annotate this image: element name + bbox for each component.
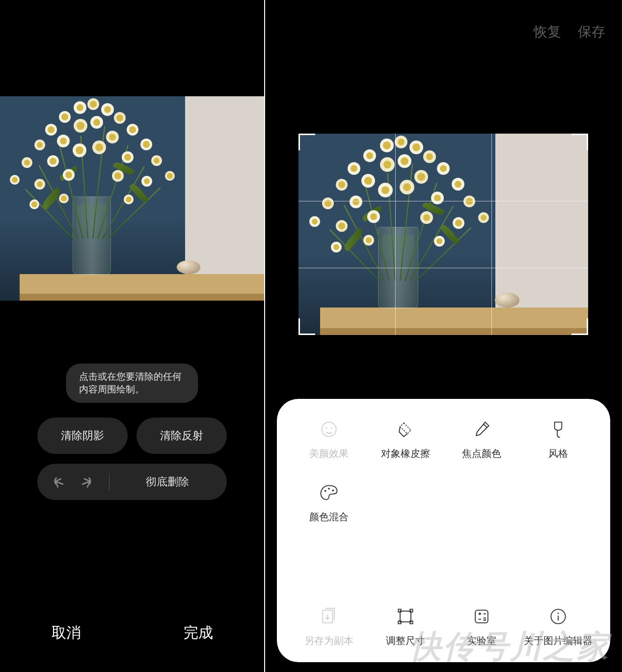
action-about-label: 关于图片编辑器 bbox=[524, 634, 593, 647]
svg-rect-12 bbox=[476, 610, 488, 623]
tool-spot-color-label: 焦点颜色 bbox=[462, 447, 501, 460]
action-lab-label: 实验室 bbox=[467, 634, 496, 647]
cancel-button[interactable]: 取消 bbox=[0, 623, 132, 643]
tool-color-mix-label: 颜色混合 bbox=[309, 510, 349, 524]
clear-reflection-button[interactable]: 清除反射 bbox=[136, 418, 227, 454]
clear-reflection-label: 清除反射 bbox=[160, 428, 203, 443]
done-button[interactable]: 完成 bbox=[132, 623, 264, 643]
palette-icon bbox=[318, 482, 340, 504]
delete-all-button[interactable]: 彻底删除 bbox=[124, 475, 210, 489]
top-action-bar: 恢复 保存 bbox=[534, 0, 622, 64]
action-about[interactable]: 关于图片编辑器 bbox=[522, 606, 595, 647]
tool-color-mix[interactable]: 颜色混合 bbox=[293, 482, 365, 524]
svg-point-3 bbox=[325, 490, 326, 492]
eraser-hint: 点击或在您要清除的任何内容周围绘制。 bbox=[66, 364, 198, 403]
face-icon bbox=[318, 419, 340, 440]
edited-photo[interactable] bbox=[0, 96, 264, 301]
lab-icon bbox=[471, 606, 492, 627]
tool-beauty-label: 美颜效果 bbox=[309, 447, 349, 460]
save-copy-icon bbox=[318, 606, 340, 627]
undo-icon[interactable] bbox=[51, 475, 66, 489]
bottom-action-bar: 取消 完成 bbox=[0, 593, 264, 672]
action-save-copy: 另存为副本 bbox=[293, 606, 365, 647]
svg-point-0 bbox=[322, 422, 336, 436]
eyedropper-icon bbox=[471, 419, 492, 440]
tool-eraser[interactable]: 对象橡皮擦 bbox=[369, 419, 442, 460]
delete-all-bar: 彻底删除 bbox=[37, 464, 227, 500]
crop-editor-screen: 恢复 保存 bbox=[265, 0, 622, 672]
action-lab[interactable]: 实验室 bbox=[446, 606, 518, 647]
svg-point-5 bbox=[332, 490, 334, 492]
tool-style[interactable]: 风格 bbox=[522, 419, 595, 460]
svg-rect-8 bbox=[398, 609, 401, 612]
tool-style-label: 风格 bbox=[548, 447, 568, 460]
restore-button[interactable]: 恢复 bbox=[534, 23, 561, 41]
tool-spot-color[interactable]: 焦点颜色 bbox=[446, 419, 518, 460]
tool-beauty: 美颜效果 bbox=[293, 419, 365, 460]
divider bbox=[109, 474, 109, 490]
action-resize-label: 调整尺寸 bbox=[386, 634, 425, 647]
action-save-copy-label: 另存为副本 bbox=[304, 634, 353, 647]
tools-sheet: 美颜效果 对象橡皮擦 焦点颜色 风格 bbox=[277, 399, 610, 662]
eraser-icon bbox=[395, 419, 416, 440]
svg-rect-7 bbox=[400, 611, 411, 622]
save-button[interactable]: 保存 bbox=[578, 23, 605, 41]
redo-icon[interactable] bbox=[80, 475, 94, 489]
svg-point-14 bbox=[558, 613, 559, 614]
svg-rect-11 bbox=[410, 621, 413, 624]
resize-icon bbox=[395, 606, 416, 627]
svg-rect-9 bbox=[410, 609, 413, 612]
svg-rect-10 bbox=[398, 621, 401, 624]
brush-icon bbox=[547, 419, 569, 440]
clear-shadow-label: 清除阴影 bbox=[61, 428, 104, 443]
svg-point-2 bbox=[331, 427, 332, 429]
tool-eraser-label: 对象橡皮擦 bbox=[381, 447, 430, 460]
clear-shadow-button[interactable]: 清除阴影 bbox=[37, 418, 128, 454]
action-resize[interactable]: 调整尺寸 bbox=[369, 606, 442, 647]
svg-point-4 bbox=[328, 488, 330, 490]
svg-point-1 bbox=[325, 427, 327, 429]
eraser-editor-screen: 点击或在您要清除的任何内容周围绘制。 清除阴影 清除反射 彻底删除 取消 完成 bbox=[0, 0, 264, 672]
info-icon bbox=[547, 606, 569, 627]
crop-photo[interactable] bbox=[298, 134, 588, 335]
